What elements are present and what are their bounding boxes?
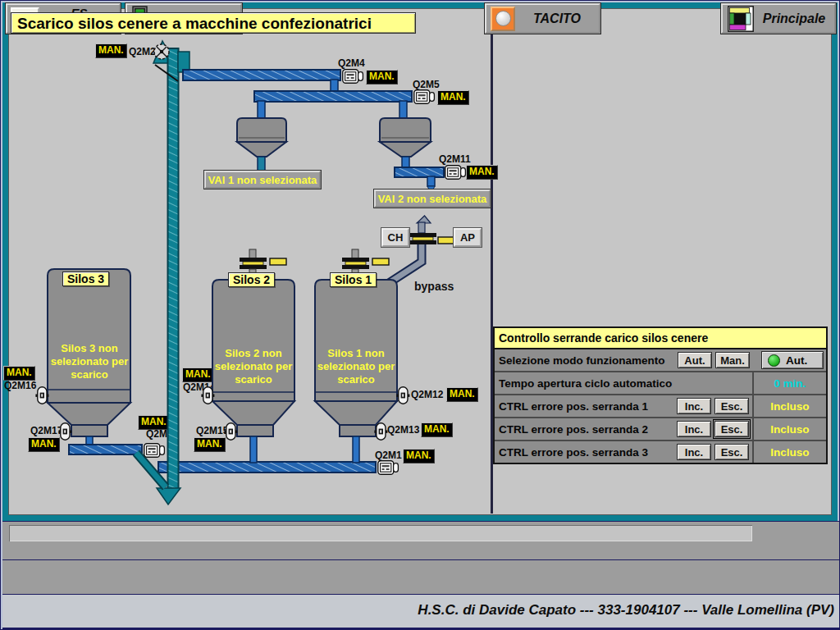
mode-status-indicator: Aut. — [761, 351, 824, 369]
valve-q2m16-icon[interactable] — [35, 387, 48, 404]
mode-status-led-icon — [768, 354, 780, 367]
valve-q2m13-icon[interactable] — [374, 423, 387, 440]
silo2-name-label: Silos 2 — [228, 272, 275, 287]
principale-button-label: Principale — [754, 12, 834, 25]
valve-q2m17-icon[interactable] — [58, 423, 71, 440]
silo3-status-text: Silos 3 non selezionato per scarico — [48, 342, 130, 381]
ctrl-1-inc-button[interactable]: Inc. — [677, 398, 711, 414]
principale-screen-icon — [728, 6, 754, 32]
tacito-lamp-icon — [491, 7, 515, 31]
ctrl-row-2-label: CTRL errore pos. serranda 2 — [495, 423, 677, 436]
bypass-stem — [418, 222, 425, 233]
conveyor-q2m5 — [254, 91, 412, 102]
conveyor-q2m1 — [158, 462, 376, 472]
tacito-button-label: TACITO — [515, 12, 599, 25]
mode-aut-button[interactable]: Aut. — [678, 352, 712, 368]
motor-q2m3-icon[interactable] — [144, 444, 165, 457]
motor-q2m4-icon[interactable] — [343, 70, 363, 83]
mode-row: Selezione modo funzionamento Aut. Man. A… — [495, 349, 826, 371]
mode-row-label: Selezione modo funzionamento — [495, 354, 678, 367]
motor-q2m11-icon[interactable] — [445, 166, 466, 179]
toolbar — [2, 559, 839, 595]
vai1-status-box: VAI 1 non selezionata — [204, 171, 321, 189]
ctrl-row-1: CTRL errore pos. serranda 1 Inc. Esc. In… — [495, 394, 826, 417]
vai2-outlet — [427, 176, 435, 186]
silo1-name-label: Silos 1 — [330, 272, 377, 287]
process-diagram — [1, 1, 493, 519]
motor-q2m1-icon[interactable] — [378, 461, 399, 474]
hopper-vai2 — [380, 118, 431, 169]
bypass-open-button[interactable]: AP — [454, 228, 482, 247]
ctrl-row-3: CTRL errore pos. serranda 3 Inc. Esc. In… — [495, 440, 826, 463]
page-title: Scarico silos cenere a macchine confezio… — [11, 12, 416, 34]
ctrl-3-inc-button[interactable]: Inc. — [677, 444, 711, 460]
footer: H.S.C. di Davide Capato --- 333-1904107 … — [2, 595, 839, 629]
silo3-name-label: Silos 3 — [62, 272, 109, 286]
principale-button[interactable]: Principale — [721, 3, 836, 34]
conveyor-q2m4 — [183, 70, 340, 80]
control-panel-header: Controllo serrande carico silos cenere — [495, 328, 826, 349]
ctrl-2-esc-button[interactable]: Esc. — [714, 421, 749, 437]
valve-q2m14-icon[interactable] — [201, 387, 214, 404]
tacito-button[interactable]: TACITO — [485, 3, 600, 34]
ctrl-2-inc-button[interactable]: Inc. — [677, 421, 711, 437]
conveyor-q2m11 — [395, 167, 444, 177]
alarm-message-line — [9, 525, 752, 541]
motor-q2m5-icon[interactable] — [414, 90, 435, 103]
silo1-status-text: Silos 1 non selezionato per scarico — [315, 347, 397, 386]
bypass-close-button[interactable]: CH — [381, 228, 409, 247]
alarm-band — [2, 521, 839, 560]
rotary-valve-q2m2-icon[interactable] — [154, 44, 169, 59]
ctrl-1-esc-button[interactable]: Esc. — [714, 398, 749, 414]
valve-q2m12-icon[interactable] — [396, 387, 409, 404]
bypass-valve-icon[interactable] — [409, 233, 436, 244]
riser-arrow-down — [157, 488, 180, 504]
hmi-screen: Scarico silos cenere a macchine confezio… — [0, 0, 840, 630]
footer-text: H.S.C. di Davide Capato --- 333-1904107 … — [418, 602, 834, 619]
drop-pipe-vai1 — [258, 101, 265, 120]
control-panel: Controllo serrande carico silos cenere S… — [493, 326, 828, 464]
bypass-indicator — [438, 237, 454, 244]
ctrl-1-value: Incluso — [752, 395, 826, 417]
valve-q2m15-icon[interactable] — [224, 423, 237, 440]
drop-pipe-vai2 — [399, 101, 407, 120]
timer-value: 0 min. — [752, 372, 826, 394]
vai2-status-box: VAI 2 non selezionata — [374, 189, 491, 208]
ctrl-row-1-label: CTRL errore pos. serranda 1 — [495, 400, 677, 413]
timer-row: Tempo apertura ciclo automatico 0 min. — [495, 371, 826, 394]
ctrl-3-value: Incluso — [752, 441, 826, 463]
mode-status-text: Aut. — [786, 354, 807, 367]
riser-pipe — [168, 48, 179, 489]
ctrl-3-esc-button[interactable]: Esc. — [714, 444, 749, 460]
conveyor-q2m3 — [69, 445, 142, 454]
timer-row-label: Tempo apertura ciclo automatico — [495, 377, 752, 390]
ctrl-2-value: Incluso — [752, 418, 826, 440]
ctrl-row-2: CTRL errore pos. serranda 2 Inc. Esc. In… — [495, 417, 826, 440]
silo2-status-text: Silos 2 non selezionato per scarico — [212, 347, 294, 386]
ctrl-row-3-label: CTRL errore pos. serranda 3 — [495, 446, 677, 459]
mode-man-button[interactable]: Man. — [715, 352, 750, 368]
bypass-label: bypass — [414, 280, 454, 293]
